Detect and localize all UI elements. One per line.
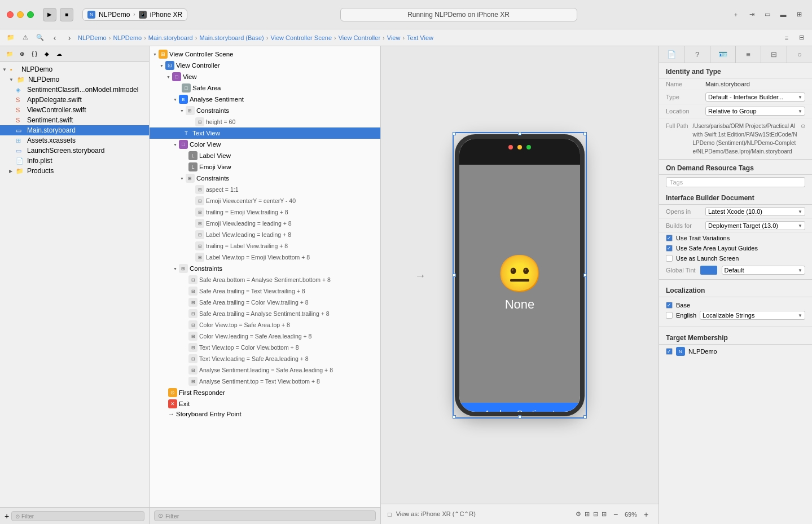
file-inspector-tab[interactable]: 📄 bbox=[659, 46, 684, 63]
st-c-emoji-leading[interactable]: ⊟ Emoji View.leading = leading + 8 bbox=[150, 218, 380, 229]
st-c-aspect[interactable]: ⊟ aspect = 1:1 bbox=[150, 184, 380, 195]
split-icon[interactable]: ⊟ bbox=[795, 32, 807, 44]
st-c-trailing-emoji[interactable]: ⊟ trailing = Emoji View.trailing + 8 bbox=[150, 206, 380, 218]
bc-vcscene[interactable]: View Controller Scene bbox=[270, 34, 332, 41]
bc-nlpdemo[interactable]: NLPDemo bbox=[78, 34, 107, 41]
zoom-plus-button[interactable]: + bbox=[640, 509, 652, 520]
st-vc[interactable]: ⊡ View Controller bbox=[150, 60, 380, 71]
st-c-label-leading[interactable]: ⊟ Label View.leading = leading + 8 bbox=[150, 229, 380, 240]
tint-select[interactable]: Default ▼ bbox=[722, 266, 805, 275]
bc-vc[interactable]: View Controller bbox=[339, 34, 380, 41]
use-safe-checkbox[interactable]: ✓ bbox=[666, 245, 673, 252]
add-button[interactable]: + bbox=[730, 8, 742, 21]
st-exit[interactable]: ✕ Exit bbox=[150, 398, 380, 409]
st-c-emoji-center[interactable]: ⊟ Emoji View.centerY = centerY - 40 bbox=[150, 195, 380, 206]
tree-nlpdemo-group[interactable]: 📁 NLPDemo bbox=[0, 74, 149, 85]
location-select[interactable]: Relative to Group ▼ bbox=[705, 107, 805, 116]
st-entry-point[interactable]: → Storyboard Entry Point bbox=[150, 409, 380, 419]
bc-textview[interactable]: Text View bbox=[407, 34, 433, 41]
use-launch-checkbox[interactable] bbox=[666, 255, 673, 262]
tint-swatch[interactable] bbox=[700, 266, 717, 275]
settings-icon[interactable]: ⚙ bbox=[576, 510, 581, 518]
st-c-tv-top[interactable]: ⊟ Text View.top = Color View.bottom + 8 bbox=[150, 342, 380, 353]
st-c-cv-top[interactable]: ⊟ Color View.top = Safe Area.top + 8 bbox=[150, 319, 380, 331]
nav-forward-icon[interactable]: › bbox=[63, 32, 76, 44]
identity-tab[interactable]: 🪪 bbox=[710, 46, 736, 63]
layout-icon3[interactable]: ⊞ bbox=[793, 8, 805, 21]
layout-icon2[interactable]: ▬ bbox=[777, 8, 789, 21]
st-colorview[interactable]: □ Color View bbox=[150, 139, 380, 150]
stop-button[interactable]: ■ bbox=[60, 8, 73, 21]
st-c-sa-bottom[interactable]: ⊟ Safe Area.bottom = Analyse Sentiment.b… bbox=[150, 274, 380, 285]
nav-back-icon[interactable]: ‹ bbox=[49, 32, 61, 44]
git-icon[interactable]: ⊕ bbox=[17, 49, 27, 59]
st-c-as-leading[interactable]: ⊟ Analyse Sentiment.leading = Safe Area.… bbox=[150, 364, 380, 376]
folder-icon[interactable]: 📁 bbox=[5, 32, 17, 44]
zoom-out-icon[interactable]: ⊞ bbox=[602, 510, 607, 518]
tags-input[interactable]: Tags bbox=[666, 177, 805, 187]
quick-help-tab[interactable]: ? bbox=[684, 46, 710, 63]
bc-nlpdemo2[interactable]: NLPDemo bbox=[113, 34, 142, 41]
layout-icon1[interactable]: ▭ bbox=[761, 8, 774, 21]
warning-icon[interactable]: ⚠ bbox=[19, 32, 32, 44]
fullscreen-button[interactable] bbox=[27, 11, 34, 18]
tree-assets[interactable]: ⊞ Assets.xcassets bbox=[0, 135, 149, 146]
bc-mainstoryboard[interactable]: Main.storyboard bbox=[148, 34, 193, 41]
type-select[interactable]: Default - Interface Builder... ▼ bbox=[705, 93, 805, 102]
st-vc-scene[interactable]: ⊞ View Controller Scene bbox=[150, 49, 380, 60]
minimize-button[interactable] bbox=[17, 11, 24, 18]
st-textview[interactable]: T Text View bbox=[150, 127, 380, 139]
english-checkbox[interactable] bbox=[666, 312, 673, 319]
use-trait-checkbox[interactable]: ✓ bbox=[666, 235, 673, 241]
device-frame-icon[interactable]: □ bbox=[388, 511, 392, 518]
folder-nav-icon[interactable]: 📁 bbox=[5, 49, 15, 59]
st-constraints3[interactable]: ⊞ Constraints bbox=[150, 263, 380, 274]
st-labelview[interactable]: L Label View bbox=[150, 150, 380, 161]
builds-select[interactable]: Deployment Target (13.0) ▼ bbox=[705, 221, 805, 230]
plus-icon[interactable]: + bbox=[5, 512, 9, 521]
base-checkbox[interactable]: ✓ bbox=[666, 302, 673, 309]
tree-root[interactable]: ▪ NLPDemo bbox=[0, 64, 149, 74]
tree-mainstoryboard[interactable]: ▭ Main.storyboard bbox=[0, 125, 149, 135]
zoom-in-icon[interactable]: ⊟ bbox=[593, 510, 598, 518]
breakpoint-icon[interactable]: ◆ bbox=[42, 49, 52, 59]
bc-view[interactable]: View bbox=[387, 34, 401, 41]
reveal-icon[interactable]: ⊙ bbox=[801, 122, 805, 130]
fit-icon[interactable]: ⊞ bbox=[585, 510, 590, 518]
filter-input[interactable]: ⊙ Filter bbox=[11, 511, 144, 521]
st-c-cv-leading[interactable]: ⊟ Color View.leading = Safe Area.leading… bbox=[150, 331, 380, 342]
zoom-minus-button[interactable]: − bbox=[610, 509, 621, 520]
st-constraints2[interactable]: ⊞ Constraints bbox=[150, 173, 380, 184]
attributes-tab[interactable]: ≡ bbox=[736, 46, 761, 63]
st-c-sa-trailing[interactable]: ⊟ Safe Area.trailing = Text View.trailin… bbox=[150, 285, 380, 297]
scheme-selector[interactable]: N NLPDemo › 📱 iPhone XR bbox=[82, 8, 187, 21]
menu-icon[interactable]: ≡ bbox=[780, 32, 793, 44]
st-c-tv-leading[interactable]: ⊟ Text View.leading = Safe Area.leading … bbox=[150, 353, 380, 364]
st-c-as-top[interactable]: ⊟ Analyse Sentiment.top = Text View.bott… bbox=[150, 376, 380, 387]
size-tab[interactable]: ⊟ bbox=[761, 46, 787, 63]
storyboard-filter[interactable]: ⊙ Filter bbox=[154, 510, 376, 521]
analyse-sentiment-button[interactable]: Analyse Sentiment bbox=[459, 403, 580, 416]
tree-appdelegate[interactable]: S AppDelegate.swift bbox=[0, 95, 149, 105]
st-safearea[interactable]: □ Safe Area bbox=[150, 82, 380, 94]
bc-base[interactable]: Main.storyboard (Base) bbox=[199, 34, 264, 41]
st-c-sa-trailing3[interactable]: ⊟ Safe Area.trailing = Analyse Sentiment… bbox=[150, 308, 380, 319]
st-emojiview[interactable]: L Emoji View bbox=[150, 161, 380, 173]
tree-viewcontroller[interactable]: S ViewController.swift bbox=[0, 105, 149, 115]
symbol-icon[interactable]: { } bbox=[29, 49, 39, 59]
st-c-trailing-label[interactable]: ⊟ trailing = Label View.trailing + 8 bbox=[150, 240, 380, 252]
play-button[interactable]: ▶ bbox=[43, 8, 56, 21]
st-height60[interactable]: ⊟ height = 60 bbox=[150, 116, 380, 127]
st-c-label-top[interactable]: ⊟ Label View.top = Emoji View.bottom + 8 bbox=[150, 252, 380, 263]
close-button[interactable] bbox=[7, 11, 14, 18]
connections-tab[interactable]: ○ bbox=[787, 46, 812, 63]
search-icon[interactable]: 🔍 bbox=[34, 32, 46, 44]
tree-sentiment[interactable]: S Sentiment.swift bbox=[0, 115, 149, 125]
opens-select[interactable]: Latest Xcode (10.0) ▼ bbox=[705, 207, 805, 216]
st-constraints1[interactable]: ⊞ Constraints bbox=[150, 105, 380, 116]
back-forward-icon[interactable]: ⇥ bbox=[745, 8, 758, 21]
st-analyse[interactable]: B Analyse Sentiment bbox=[150, 94, 380, 105]
st-view[interactable]: □ View bbox=[150, 71, 380, 82]
st-first-responder[interactable]: ⊙ First Responder bbox=[150, 387, 380, 398]
tree-launchscreen[interactable]: ▭ LaunchScreen.storyboard bbox=[0, 146, 149, 156]
